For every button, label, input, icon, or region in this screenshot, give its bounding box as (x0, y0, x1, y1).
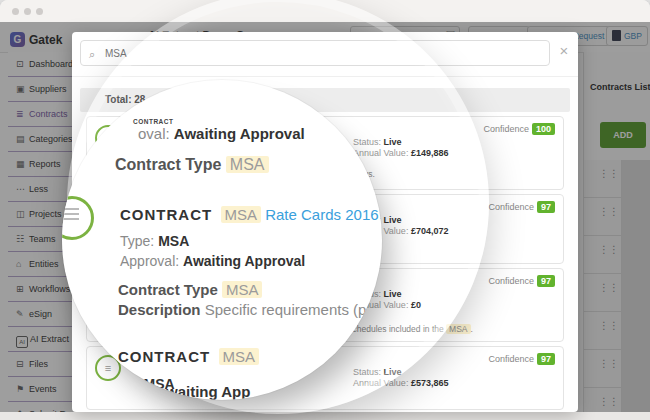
magnified-match-badge: MSA (222, 281, 263, 298)
confidence-indicator: Confidence97 (488, 353, 555, 365)
magnified-record-caption: CONTRACT (118, 348, 210, 365)
magnified-description-label: Description (118, 301, 201, 318)
magnified-type-label: Type: (120, 233, 154, 249)
magnifier-lens: CONTRACT oval: Awaiting Approval Contrac… (62, 80, 382, 400)
modal-search-input[interactable]: ⌕MSA (80, 40, 550, 66)
magnified-type-label: Contract Type (118, 281, 218, 298)
status-bar (0, 412, 650, 420)
magnified-match-badge: MSA (221, 206, 262, 223)
annual-value: £149,886 (411, 148, 449, 158)
annual-value-label: Annual Value: (353, 148, 408, 158)
modal-search-value: MSA (105, 48, 127, 59)
confidence-indicator: Confidence97 (488, 201, 555, 213)
status-label: Status: (353, 137, 381, 147)
close-icon[interactable]: × (556, 43, 572, 59)
divider (72, 76, 578, 77)
annual-value: £573,865 (411, 378, 449, 388)
magnified-record-caption: CONTRACT (120, 206, 212, 223)
status-label: Status: (353, 367, 381, 377)
annual-value: £0 (411, 300, 421, 310)
status-value: Live (384, 367, 402, 377)
confidence-indicator: Confidence97 (488, 275, 555, 287)
confidence-badge: 97 (537, 275, 555, 287)
annual-value-label: Annual Value: (353, 378, 408, 388)
magnified-contract-title-link[interactable]: Rate Cards 2016 (265, 206, 378, 223)
magnified-match-badge: MSA (226, 156, 269, 173)
status-value: Live (384, 289, 402, 299)
status-value: Live (384, 215, 402, 225)
magnified-description-value: Specific requirements (price an (205, 301, 382, 318)
magnified-approval-label: oval: (138, 125, 170, 142)
window-zoom-dot[interactable] (36, 8, 43, 15)
magnified-approval-value: Awaiting Approval (174, 125, 305, 142)
magnified-document-icon (62, 196, 94, 240)
confidence-badge: 100 (532, 123, 555, 135)
confidence-badge: 97 (537, 353, 555, 365)
magnified-type-label: Contract Type (115, 156, 221, 173)
highlighted-match: MSA (446, 324, 470, 334)
confidence-badge: 97 (537, 201, 555, 213)
magnified-match-badge: MSA (219, 348, 260, 365)
annual-value: £704,072 (411, 226, 449, 236)
magnified-type-value: MSA (158, 233, 189, 249)
browser-chrome (0, 0, 650, 23)
status-value: Live (384, 137, 402, 147)
window-minimize-dot[interactable] (24, 8, 31, 15)
search-icon: ⌕ (89, 41, 95, 67)
confidence-indicator: Confidence100 (483, 123, 555, 135)
magnified-approval-value: Awaiting Approval (183, 253, 305, 269)
magnified-approval-label: Approval: (120, 253, 179, 269)
window-close-dot[interactable] (12, 8, 19, 15)
magnified-record-caption: CONTRACT (133, 118, 173, 125)
browser-window: ≡ AI Extract Demo Co › ⌕MSA ✉ 🗩 Help Doc… (0, 0, 650, 420)
